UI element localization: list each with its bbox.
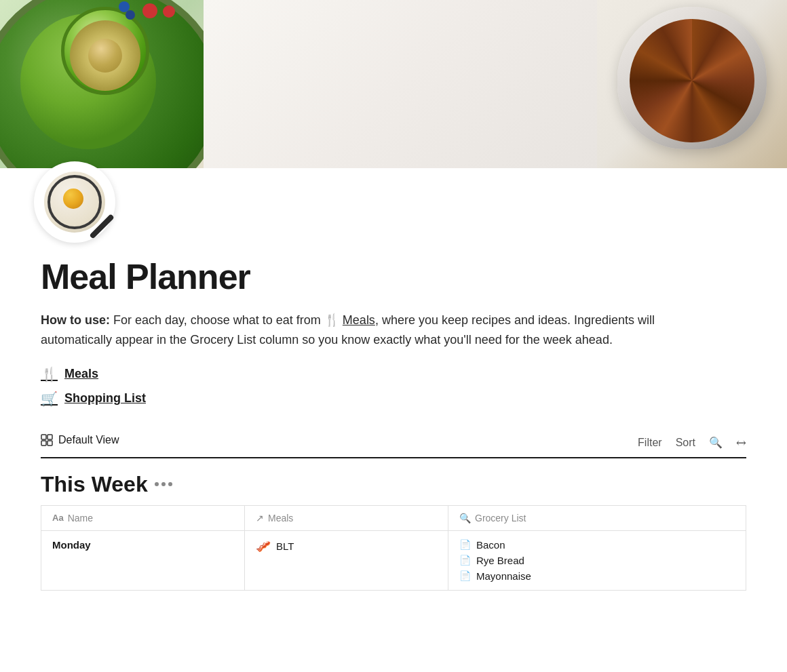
shopping-list-icon: 🛒	[41, 391, 58, 407]
grocery-items-list: 📄 Bacon 📄 Rye Bread 📄 Mayonnaise	[459, 539, 735, 582]
grocery-item-rye-label: Rye Bread	[476, 555, 524, 566]
col-header-name: Aa Name	[41, 505, 245, 530]
section-header: This Week	[41, 458, 746, 505]
section-menu[interactable]	[155, 482, 172, 486]
table-row: Monday 🥓 BLT 📄 Bacon	[41, 530, 746, 590]
app-logo	[34, 161, 115, 243]
search-col-icon: 🔍	[459, 513, 471, 523]
how-to-use-label: How to use:	[41, 313, 110, 327]
meal-icon: 🥓	[256, 539, 271, 554]
page-title: Meal Planner	[41, 256, 746, 297]
svg-rect-3	[47, 441, 52, 446]
col-name-label: Name	[68, 513, 93, 523]
search-icon: 🔍	[709, 436, 723, 449]
col-grocery-label: Grocery List	[475, 513, 526, 523]
section-title: This Week	[41, 472, 148, 497]
meals-table: Aa Name ↗ Meals 🔍 Grocery List	[41, 505, 746, 591]
cell-day-name: Monday	[41, 530, 245, 590]
doc-icon-mayo: 📄	[459, 570, 471, 581]
meals-inline-link[interactable]: Meals	[343, 313, 375, 327]
table-toolbar: Default View Filter Sort 🔍 ⤢	[41, 434, 746, 458]
main-content: Meal Planner How to use: For each day, c…	[0, 209, 787, 618]
expand-icon: ⤢	[732, 434, 750, 452]
nav-links: 🍴 Meals 🛒 Shopping List	[41, 366, 746, 407]
grid-view-icon	[41, 434, 53, 446]
col-meals-label: Meals	[268, 513, 293, 523]
meals-icon-inline: 🍴	[324, 313, 339, 327]
grocery-item-bacon-label: Bacon	[476, 539, 505, 551]
grocery-item-mayo-label: Mayonnaise	[476, 570, 531, 582]
col-header-grocery: 🔍 Grocery List	[448, 505, 746, 530]
filter-label: Filter	[638, 437, 662, 449]
arrow-icon: ↗	[256, 513, 264, 523]
doc-icon-rye: 📄	[459, 555, 471, 566]
view-tab-label: Default View	[58, 434, 119, 446]
meals-nav-label: Meals	[64, 367, 98, 381]
meal-item: 🥓 BLT	[256, 539, 437, 554]
col-header-meals: ↗ Meals	[245, 505, 448, 530]
logo-section	[0, 168, 787, 209]
grocery-item-rye-bread: 📄 Rye Bread	[459, 555, 735, 566]
description-text: For each day, choose what to eat from	[110, 313, 321, 327]
menu-dot-1	[155, 482, 159, 486]
svg-rect-0	[41, 435, 46, 439]
meals-nav-icon: 🍴	[41, 366, 58, 382]
search-toolbar-button[interactable]: 🔍	[709, 436, 723, 449]
menu-dot-3	[168, 482, 172, 486]
aa-icon: Aa	[52, 513, 64, 523]
doc-icon-bacon: 📄	[459, 539, 471, 550]
sort-button[interactable]: Sort	[676, 437, 695, 449]
svg-rect-2	[41, 441, 46, 446]
shopping-list-label: Shopping List	[64, 391, 146, 406]
filter-button[interactable]: Filter	[638, 437, 662, 449]
hero-banner	[0, 0, 787, 168]
grocery-item-bacon: 📄 Bacon	[459, 539, 735, 551]
meals-nav-link[interactable]: 🍴 Meals	[41, 366, 746, 382]
cell-meal: 🥓 BLT	[245, 530, 448, 590]
description: How to use: For each day, choose what to…	[41, 311, 719, 350]
table-section: This Week Aa Name	[41, 458, 746, 591]
meal-name: BLT	[276, 540, 294, 552]
table-header-row: Aa Name ↗ Meals 🔍 Grocery List	[41, 505, 746, 530]
hero-decoration	[0, 0, 787, 168]
sort-label: Sort	[676, 437, 695, 449]
cell-grocery: 📄 Bacon 📄 Rye Bread 📄 Mayonnaise	[448, 530, 746, 590]
day-label: Monday	[52, 539, 91, 551]
default-view-tab[interactable]: Default View	[41, 434, 119, 452]
shopping-list-nav-link[interactable]: 🛒 Shopping List	[41, 391, 746, 407]
expand-button[interactable]: ⤢	[736, 435, 746, 450]
toolbar-actions: Filter Sort 🔍 ⤢	[638, 435, 746, 450]
svg-rect-1	[47, 435, 52, 439]
grocery-item-mayonnaise: 📄 Mayonnaise	[459, 570, 735, 582]
menu-dot-2	[161, 482, 166, 486]
